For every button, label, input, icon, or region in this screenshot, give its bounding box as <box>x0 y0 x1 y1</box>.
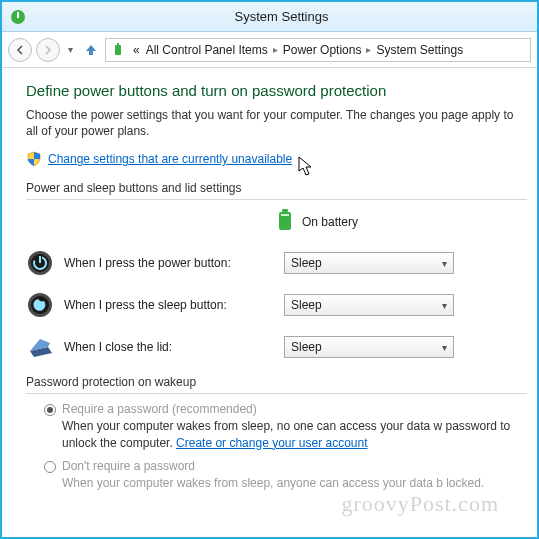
battery-header: On battery <box>276 208 527 235</box>
sleep-button-row: When I press the sleep button: Sleep ▾ <box>26 291 527 319</box>
page-description: Choose the power settings that you want … <box>26 107 527 139</box>
svg-rect-1 <box>17 12 19 18</box>
content-area: Define power buttons and turn on passwor… <box>2 68 537 537</box>
forward-button[interactable] <box>36 38 60 62</box>
breadcrumb-item[interactable]: System Settings <box>373 41 466 59</box>
select-value: Sleep <box>291 340 322 354</box>
password-group: Password protection on wakeup Require a … <box>26 375 527 491</box>
group-title-buttons: Power and sleep buttons and lid settings <box>26 181 527 195</box>
chevron-down-icon: ▾ <box>442 342 447 353</box>
breadcrumb-item[interactable]: Power Options <box>280 41 365 59</box>
svg-rect-5 <box>282 209 288 212</box>
laptop-lid-icon <box>26 333 54 361</box>
radio-label: Require a password (recommended) <box>62 402 257 416</box>
shield-icon <box>26 151 42 167</box>
chevron-down-icon: ▾ <box>442 258 447 269</box>
divider <box>26 393 527 394</box>
svg-rect-3 <box>117 43 119 45</box>
lid-close-row: When I close the lid: Sleep ▾ <box>26 333 527 361</box>
page-heading: Define power buttons and turn on passwor… <box>26 82 527 99</box>
radio-description: When your computer wakes from sleep, any… <box>62 475 527 491</box>
row-label: When I press the power button: <box>64 256 274 270</box>
breadcrumb-item[interactable]: All Control Panel Items <box>143 41 271 59</box>
create-account-link[interactable]: Create or change your user account <box>176 436 367 450</box>
titlebar: System Settings <box>2 2 537 32</box>
divider <box>26 199 527 200</box>
select-value: Sleep <box>291 256 322 270</box>
change-settings-row: Change settings that are currently unava… <box>26 151 527 167</box>
chevron-down-icon: ▾ <box>442 300 447 311</box>
svg-rect-2 <box>115 45 121 55</box>
select-value: Sleep <box>291 298 322 312</box>
battery-label: On battery <box>302 215 358 229</box>
chevron-right-icon: ▸ <box>271 44 280 55</box>
power-button-select[interactable]: Sleep ▾ <box>284 252 454 274</box>
breadcrumb-prefix: « <box>130 41 143 59</box>
radio-label: Don't require a password <box>62 459 195 473</box>
row-label: When I press the sleep button: <box>64 298 274 312</box>
radio-input[interactable] <box>44 404 56 416</box>
change-settings-link[interactable]: Change settings that are currently unava… <box>48 152 292 166</box>
power-button-row: When I press the power button: Sleep ▾ <box>26 249 527 277</box>
radio-require-password: Require a password (recommended) <box>44 402 527 416</box>
svg-rect-6 <box>281 214 289 216</box>
lid-close-select[interactable]: Sleep ▾ <box>284 336 454 358</box>
radio-dont-require-password: Don't require a password <box>44 459 527 473</box>
group-title-password: Password protection on wakeup <box>26 375 527 389</box>
row-label: When I close the lid: <box>64 340 274 354</box>
chevron-right-icon: ▸ <box>364 44 373 55</box>
radio-description: When your computer wakes from sleep, no … <box>62 418 527 450</box>
window-title: System Settings <box>34 9 529 24</box>
address-bar[interactable]: « All Control Panel Items ▸ Power Option… <box>105 38 531 62</box>
back-button[interactable] <box>8 38 32 62</box>
nav-toolbar: ▾ « All Control Panel Items ▸ Power Opti… <box>2 32 537 68</box>
app-icon <box>10 9 26 25</box>
window: System Settings ▾ « All Control Panel It… <box>0 0 539 539</box>
up-button[interactable] <box>81 40 101 60</box>
sleep-button-select[interactable]: Sleep ▾ <box>284 294 454 316</box>
battery-icon <box>276 208 294 235</box>
history-chevron-icon[interactable]: ▾ <box>64 44 77 55</box>
power-button-icon <box>26 249 54 277</box>
sleep-button-icon <box>26 291 54 319</box>
radio-input[interactable] <box>44 461 56 473</box>
power-plan-icon <box>110 42 126 58</box>
